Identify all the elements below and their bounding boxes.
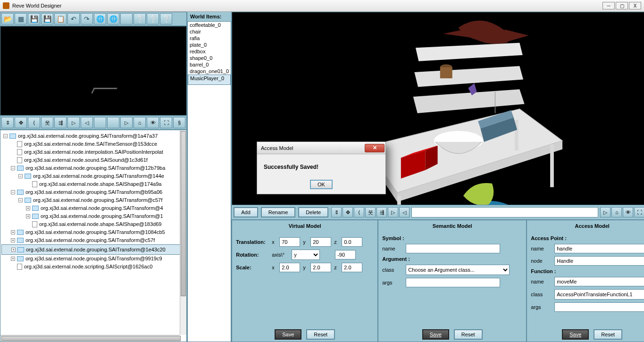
world-item[interactable]: redbox (188, 48, 231, 55)
world-item[interactable]: chair (188, 28, 231, 35)
tree-node[interactable]: +org.xj3d.sai.external.node.grouping.SAI… (1, 236, 185, 244)
window-close-button[interactable]: X (629, 2, 641, 9)
tree-node[interactable]: org.xj3d.sai.external.node.scripting.SAI… (1, 263, 185, 271)
tree-node[interactable]: org.xj3d.sai.external.node.time.SAITimeS… (1, 140, 185, 148)
world-item[interactable]: MusicPlayer_0 (188, 75, 231, 85)
open-folder-icon[interactable]: 📂 (1, 13, 14, 25)
rename-button[interactable]: Rename (261, 207, 296, 217)
virtual-save-button[interactable]: Save (275, 329, 301, 340)
nav2-walk-icon[interactable]: 웃 (365, 207, 376, 217)
nav2-fly-icon[interactable]: ⇶ (376, 207, 387, 217)
tree-toggle-icon[interactable]: + (11, 257, 15, 261)
nav-pan-icon[interactable]: ✥ (15, 117, 27, 128)
nav-fly-icon[interactable]: ⇶ (54, 117, 67, 128)
tree-toggle-icon[interactable]: − (18, 174, 23, 178)
tree-toggle-icon[interactable]: + (26, 214, 30, 218)
translation-y-input[interactable] (310, 237, 331, 247)
access-reset-button[interactable]: Reset (594, 329, 622, 340)
nav-next-icon[interactable]: ▷ (120, 117, 133, 128)
world-item[interactable]: plate_0 (188, 42, 231, 48)
window-maximize-button[interactable]: ▢ (616, 2, 628, 9)
delete-button[interactable]: Delete (298, 207, 328, 217)
nav-extra-icon[interactable]: § (173, 117, 185, 128)
semantic-save-button[interactable]: Save (422, 329, 449, 340)
clipboard-icon[interactable]: 📋 (54, 13, 67, 25)
symbol-name-input[interactable] (406, 244, 500, 253)
nav2-find-icon[interactable]: 👁 (623, 207, 633, 217)
tree-node[interactable]: −org.xj3d.sai.external.node.grouping.SAI… (1, 164, 185, 172)
tree-node[interactable]: org.xj3d.sai.external.node.interpolation… (1, 148, 185, 156)
nav-back-icon[interactable]: ⟨ (28, 117, 40, 128)
tree-node[interactable]: −org.xj3d.sai.external.node.grouping.SAI… (1, 132, 185, 140)
world-item[interactable]: coffeetable_0 (188, 22, 231, 28)
tree-node[interactable]: +org.xj3d.sai.external.node.grouping.SAI… (1, 228, 185, 236)
nav2-fit-icon[interactable]: ⛶ (634, 207, 644, 217)
tree-node[interactable]: +org.xj3d.sai.external.node.grouping.SAI… (1, 255, 185, 263)
access-save-button[interactable]: Save (562, 329, 589, 340)
blank-icon[interactable] (120, 13, 133, 25)
scale-z-input[interactable] (342, 263, 362, 272)
translation-z-input[interactable] (342, 237, 362, 247)
dialog-close-button[interactable]: ✕ (365, 144, 385, 152)
tree-toggle-icon[interactable]: + (11, 230, 15, 234)
nav-empty1[interactable] (94, 117, 106, 128)
nav2-pan-icon[interactable]: ✥ (343, 207, 353, 217)
help-3-icon[interactable]: ❔ (160, 13, 172, 25)
viewpoint-dropdown[interactable] (411, 207, 598, 217)
tree-node[interactable]: −org.xj3d.sai.external.node.grouping.SAI… (1, 196, 185, 204)
translation-x-input[interactable] (279, 237, 300, 247)
nav-fit-icon[interactable]: ⛶ (160, 117, 172, 128)
tree-vertical-scrollbar[interactable] (180, 130, 186, 335)
globe-1-icon[interactable]: 🌐 (94, 13, 106, 25)
function-name-input[interactable] (554, 277, 644, 286)
tree-node[interactable]: +org.xj3d.sai.external.node.grouping.SAI… (1, 212, 185, 220)
add-button[interactable]: Add (234, 207, 258, 217)
tree-horizontal-scrollbar[interactable] (0, 335, 180, 342)
dialog-titlebar[interactable]: Access Model ✕ (257, 142, 385, 154)
scale-y-input[interactable] (310, 263, 331, 272)
nav2-play-icon[interactable]: ▷ (388, 207, 398, 217)
tree-toggle-icon[interactable]: − (3, 134, 8, 138)
nav-prev-icon[interactable]: ◁ (81, 117, 93, 128)
world-item[interactable]: dragon_one01_0 (188, 68, 231, 75)
save-as-icon[interactable]: 💾 (41, 13, 53, 25)
tree-node[interactable]: org.xj3d.sai.external.node.sound.SAISoun… (1, 156, 185, 164)
tree-toggle-icon[interactable]: − (11, 190, 15, 194)
window-minimize-button[interactable]: ─ (602, 2, 615, 9)
virtual-reset-button[interactable]: Reset (306, 329, 335, 340)
tree-toggle-icon[interactable]: + (26, 206, 30, 210)
undo-icon[interactable]: ↶ (67, 13, 80, 25)
access-node-input[interactable] (554, 256, 644, 266)
rotation-value-input[interactable] (335, 250, 356, 259)
save-icon[interactable]: 💾 (28, 13, 40, 25)
nav2-home-icon[interactable]: ⌂ (611, 207, 622, 217)
nav-find-icon[interactable]: 👁 (147, 117, 159, 128)
nav-empty2[interactable] (107, 117, 119, 128)
argument-class-select[interactable]: Choose an Argument class... (406, 265, 510, 275)
dialog-ok-button[interactable]: OK (310, 180, 333, 189)
world-item[interactable]: rafia (188, 35, 231, 42)
tree-node[interactable]: org.xj3d.sai.external.node.shape.SAIShap… (1, 180, 185, 188)
nav-examine-icon[interactable]: ⇕ (1, 117, 14, 128)
function-args-input[interactable] (554, 302, 644, 312)
help-2-icon[interactable]: ❔ (147, 13, 159, 25)
rotation-axis-select[interactable]: y (292, 250, 320, 260)
tree-node[interactable]: −org.xj3d.sai.external.node.grouping.SAI… (1, 172, 185, 180)
globe-2-icon[interactable]: 🌐 (107, 13, 119, 25)
tree-toggle-icon[interactable]: + (11, 238, 15, 242)
scale-x-input[interactable] (279, 263, 300, 272)
function-class-select[interactable]: AccessPointTranslateFunctionL1 (554, 289, 644, 300)
world-item[interactable]: barrel_0 (188, 61, 231, 68)
nav2-next-icon[interactable]: ▷ (600, 207, 611, 217)
help-1-icon[interactable]: ❔ (134, 13, 146, 25)
nav2-back-icon[interactable]: ⟨ (354, 207, 364, 217)
nav-play-icon[interactable]: ▷ (67, 117, 80, 128)
tree-node[interactable]: −org.xj3d.sai.external.node.grouping.SAI… (1, 188, 185, 196)
semantic-reset-button[interactable]: Reset (454, 329, 483, 340)
preview-3d-viewport[interactable] (0, 26, 187, 116)
tree-node[interactable]: org.xj3d.sai.external.node.shape.SAIShap… (1, 220, 185, 228)
tree-node[interactable]: +org.xj3d.sai.external.node.grouping.SAI… (1, 204, 185, 212)
tree-toggle-icon[interactable]: + (11, 248, 16, 252)
nav2-prev-icon[interactable]: ◁ (399, 207, 410, 217)
new-scene-icon[interactable]: ▦ (15, 13, 27, 25)
